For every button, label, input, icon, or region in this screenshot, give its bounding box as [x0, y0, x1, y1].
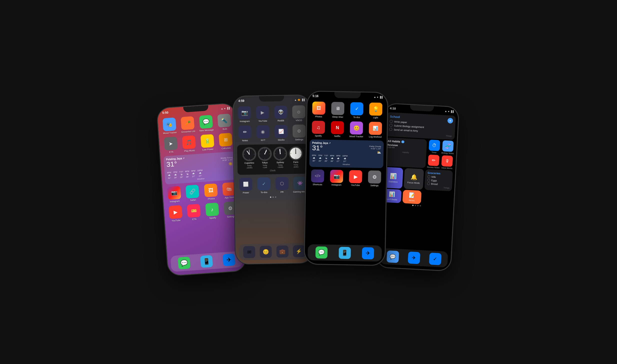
- grocery-eggs: Eggs: [427, 179, 450, 182]
- dock-messages-1[interactable]: 💬: [178, 257, 190, 269]
- dock-p2-bolt[interactable]: ⚡: [293, 245, 305, 257]
- app-music[interactable]: 🎵 Play Music: [180, 135, 198, 153]
- notch-4: [410, 105, 434, 111]
- scene: 5:50 ▲●▐▐ 🎭 Mood Tracker 🥕 Groceries Lis…: [0, 0, 617, 364]
- app-p2-reddit[interactable]: 👽 Reddit: [272, 106, 289, 122]
- p3-row2: ♫ Spotify N Netflix 😊 Mood Tracker 📊 Log…: [307, 119, 387, 140]
- time-2: 4:59: [238, 99, 244, 103]
- app-photos-1[interactable]: 🖼 Photos: [202, 183, 220, 200]
- app-p2-youtube[interactable]: ▶ YouTube: [254, 106, 271, 122]
- app-p4-notes[interactable]: 📝 Notes: [402, 189, 421, 204]
- app-p3-light[interactable]: 💡 Light: [367, 102, 384, 119]
- app-spotify-1[interactable]: ♪ Spotify: [204, 202, 221, 220]
- app-p2-nyt[interactable]: ◉ NYT: [255, 125, 271, 142]
- dock-p4-messages[interactable]: 💬: [386, 250, 399, 263]
- time-1: 5:50: [162, 111, 168, 115]
- dock-p2-emoji[interactable]: 😊: [260, 246, 272, 258]
- app-p3-photos[interactable]: 🖼 Photos: [310, 101, 327, 118]
- phone-2: 4:59 ▲🔶▐▐ 📷 Instagram ▶ YouTube: [233, 95, 312, 264]
- p2-row3: ⬜ Power ✓ To-dos ⬡ PR 👾 Gaming Mood: [235, 175, 311, 195]
- app-p2-notes[interactable]: ✏ Notes: [237, 125, 253, 142]
- phone-4: 4:10 ▲●▐▐ School Write paper Submit Biol…: [376, 103, 459, 271]
- app-p3-netflix[interactable]: N Netflix: [329, 121, 346, 138]
- dock-p2-briefcase[interactable]: 💼: [276, 245, 288, 258]
- clock-cupertino: Cupertino Today -15HRS: [242, 147, 256, 169]
- weather-widget-3: Petaling Jaya ↗ 31° Partly Cloudy H:32° …: [309, 139, 384, 168]
- app-bulb[interactable]: 🔦 Bulb: [216, 114, 233, 131]
- app-p4-timer[interactable]: ⏱ Timer: [428, 140, 441, 154]
- app-p4-voicememo[interactable]: 🎙 Voice Memo: [441, 155, 454, 170]
- app-p2-settings[interactable]: ⚙ Settings: [291, 125, 307, 141]
- app-eta[interactable]: ➤ ETA: [162, 137, 180, 154]
- dock-p3-messages[interactable]: 💬: [315, 246, 328, 259]
- dock-3: 💬 📱 ✈: [308, 244, 382, 261]
- app-mood-tracker[interactable]: 🎭 Mood Tracker: [161, 117, 178, 135]
- clock-widget: Cupertino Today -15HRS: [237, 144, 308, 175]
- clock-paris: Paris Today -6HRS: [288, 146, 303, 168]
- status-icons-4: ▲●▐▐: [445, 110, 454, 113]
- dock-p4-mail[interactable]: ✈: [408, 251, 420, 264]
- dock-p3-phone[interactable]: 📱: [339, 247, 351, 259]
- status-icons-1: ▲●▐▐: [221, 107, 230, 110]
- app-p3-shortcuts[interactable]: </> Shortcuts: [309, 169, 326, 186]
- dock-p2-mail[interactable]: ✉: [243, 246, 256, 258]
- app-p2-vsco[interactable]: ⊙ VSCO: [290, 105, 307, 122]
- app-p3-spotify[interactable]: ♫ Spotify: [310, 121, 327, 137]
- time-4: 4:10: [390, 106, 396, 110]
- dock-phone-1[interactable]: 📱: [200, 255, 213, 268]
- app-youtube-1[interactable]: ▶ YouTube: [167, 205, 184, 222]
- dock-p3-mail[interactable]: ✈: [362, 247, 374, 259]
- page-dots-2: [235, 196, 311, 198]
- habits-title: All Habits: [388, 139, 400, 143]
- dock-1: 💬 📱 ✈: [170, 251, 243, 272]
- app-instagram-1[interactable]: 📷 Instagram: [166, 186, 183, 203]
- app-p2-pr[interactable]: ⬡ PR: [274, 177, 290, 193]
- app-calculate[interactable]: ⊞ Calculate: [217, 133, 234, 150]
- clock-row: Cupertino Today -15HRS: [240, 146, 305, 169]
- app-p3-settings[interactable]: ⚙ Settings: [366, 170, 383, 187]
- app-p2-power[interactable]: ⬜ Power: [238, 178, 254, 194]
- app-p2-instagram[interactable]: 📷 Instagram: [236, 106, 253, 123]
- p3-row1: 🖼 Photos 🖥 Sleep iMac ✓ To-dos 💡 Light: [307, 100, 387, 121]
- notes-label: Notes: [409, 199, 415, 202]
- dock-mail-1[interactable]: ✈: [222, 253, 235, 266]
- weather-temp-3: 31°: [312, 144, 323, 152]
- app-p2-todos[interactable]: ✓ To-dos: [256, 177, 272, 194]
- clock-sydney: Sydney Today +2HRS: [273, 147, 287, 168]
- app-p3-moodtracker[interactable]: 😊 Mood Tracker: [348, 121, 365, 138]
- app-p4-focusmode[interactable]: 🔔 Focus Mode: [404, 168, 424, 190]
- app-p3-todos[interactable]: ✓ To-dos: [348, 102, 365, 119]
- lofi-row: 📊 Lo-fi Beats 📝 Notes: [382, 188, 452, 205]
- app-p4-bionotes[interactable]: 🧬 Biology Notes: [442, 140, 454, 155]
- app-eta-2[interactable]: 🎫 ETA: [185, 204, 203, 221]
- clock-tokyo: Tokyo Today +1HR: [258, 147, 272, 169]
- dock-p4-todos[interactable]: ✓: [429, 252, 441, 265]
- p2-row1: 📷 Instagram ▶ YouTube 👽 Reddit ⊙ VSCO: [234, 104, 310, 124]
- app-p2-stocks[interactable]: 📈 Stocks: [273, 125, 289, 141]
- stats-row: 📊 Statistics 🔔 Focus Mode Groceries Milk: [383, 167, 453, 191]
- app-low-power[interactable]: 🔋 Low Power: [199, 134, 216, 151]
- app-p4-reviewnotes[interactable]: ✏ Review Notes: [427, 154, 440, 169]
- dock-4: 💬 ✈ ✓: [380, 248, 448, 267]
- app-groceries[interactable]: 🥕 Groceries List: [179, 116, 196, 133]
- habits-row: All Habits 1 Revision 9:00 AM Habitify ⏱…: [384, 137, 454, 170]
- app-p3-instagram[interactable]: 📷 Instagram: [328, 170, 345, 186]
- status-icons-3: ▲●▐▐: [374, 96, 382, 99]
- weather-temp-1: 31°: [166, 160, 177, 169]
- app-p3-logworkout[interactable]: 📊 Log Workout: [367, 122, 384, 138]
- p3-row3: </> Shortcuts 📷 Instagram ▶ YouTube ⚙ Se…: [306, 168, 386, 188]
- app-safari[interactable]: 🔗 Safari: [184, 184, 201, 202]
- phone-3: 5:16 ▲●▐▐ 🖼 Photos 🖥 Sleep iMac: [304, 91, 388, 265]
- app-p3-sleepmac[interactable]: 🖥 Sleep iMac: [329, 102, 346, 118]
- habitify-label: Habitify: [387, 150, 424, 155]
- groceries-section-label: Things: [427, 185, 450, 189]
- notch-2: [259, 96, 284, 102]
- grocery-milk: Milk: [427, 175, 450, 179]
- groceries-widget: Groceries Milk Eggs Bread Things: [424, 169, 453, 191]
- app-p3-youtube[interactable]: ▶ YouTube: [347, 170, 364, 186]
- time-3: 5:16: [312, 94, 318, 98]
- dock-2: ✉ 😊 💼 ⚡: [239, 243, 309, 260]
- habits-widget: All Habits 1 Revision 9:00 AM Habitify: [384, 137, 427, 168]
- lofi-label: Lo-fi Beats: [386, 198, 397, 201]
- app-message[interactable]: 💬 New Message: [198, 115, 215, 132]
